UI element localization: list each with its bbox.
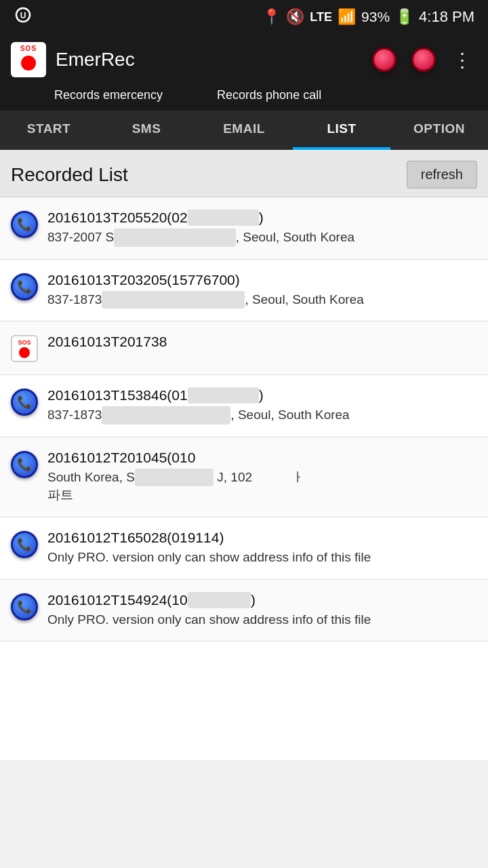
tooltip-emergency: Records emercency: [54, 88, 163, 102]
item-address: South Korea, S J, 102 ㅏ 파트: [47, 469, 477, 505]
refresh-button[interactable]: refresh: [407, 161, 477, 189]
list-header: Recorded List refresh: [0, 150, 488, 197]
item-address: 837-1873 , Seoul, South Korea: [47, 291, 477, 309]
main-content: Recorded List refresh 📞 20161013T205520(…: [0, 150, 488, 760]
item-title: 20161012T154924(10 ): [47, 592, 477, 608]
item-title: 20161013T153846(01 ): [47, 387, 477, 403]
item-title: 20161013T201738: [47, 334, 477, 350]
tab-sms[interactable]: SMS: [98, 111, 195, 150]
item-title: 20161012T165028(019114): [47, 530, 477, 546]
list-item[interactable]: SOS 20161013T201738: [0, 321, 488, 375]
more-options-button[interactable]: ⋮: [449, 45, 477, 74]
item-details: 20161013T205520(02 ) 837-2007 S , Seoul,…: [47, 210, 477, 247]
app-title: EmerRec: [56, 49, 361, 71]
phone-record-icon: 📞: [11, 211, 38, 238]
app-indicator: U: [14, 5, 33, 28]
phone-record-icon: 📞: [11, 451, 38, 478]
header-icons: ⋮: [370, 45, 477, 74]
item-details: 20161013T201738: [47, 334, 477, 353]
list-item[interactable]: 📞 20161013T203205(15776700) 837-1873 , S…: [0, 260, 488, 322]
item-title: 20161012T201045(010: [47, 450, 477, 466]
item-address: Only PRO. version only can show address …: [47, 549, 477, 567]
item-details: 20161012T201045(010 South Korea, S J, 10…: [47, 450, 477, 505]
navigation-tabs: START SMS EMAIL LIST OPTION: [0, 111, 488, 150]
mute-icon: 🔇: [286, 8, 304, 26]
tab-option[interactable]: OPTION: [390, 111, 488, 150]
item-address: Only PRO. version only can show address …: [47, 611, 477, 629]
list-item[interactable]: 📞 20161013T205520(02 ) 837-2007 S , Seou…: [0, 197, 488, 260]
svg-text:U: U: [20, 11, 26, 20]
list-item[interactable]: 📞 20161013T153846(01 ) 837-1873 , Seoul,…: [0, 375, 488, 437]
tab-start[interactable]: START: [0, 111, 98, 150]
signal-icon: LTE: [310, 10, 332, 24]
tooltip-area: Records emercency Records phone call: [0, 85, 488, 111]
list-item[interactable]: 📞 20161012T165028(019114) Only PRO. vers…: [0, 517, 488, 580]
battery-icon: 🔋: [395, 8, 413, 26]
tooltip-phone: Records phone call: [217, 88, 321, 102]
app-header: SOS EmerRec ⋮: [0, 34, 488, 85]
phone-record-button[interactable]: [409, 45, 438, 74]
emergency-record-button[interactable]: [370, 45, 399, 74]
app-logo: SOS: [11, 42, 46, 77]
item-details: 20161013T203205(15776700) 837-1873 , Seo…: [47, 272, 477, 309]
sos-record-icon: SOS: [11, 335, 38, 362]
list-title: Recorded List: [11, 164, 128, 186]
item-details: 20161012T154924(10 ) Only PRO. version o…: [47, 592, 477, 629]
tab-list[interactable]: LIST: [293, 111, 390, 150]
list-item[interactable]: 📞 20161012T154924(10 ) Only PRO. version…: [0, 580, 488, 642]
status-bar: U 📍 🔇 LTE 📶 93% 🔋 4:18 PM: [0, 0, 488, 34]
phone-record-icon: 📞: [11, 531, 38, 558]
network-bars: 📶: [338, 8, 356, 26]
item-details: 20161013T153846(01 ) 837-1873 , Seoul, S…: [47, 387, 477, 425]
phone-record-icon: 📞: [11, 593, 38, 620]
tab-email[interactable]: EMAIL: [195, 111, 293, 150]
clock: 4:18 PM: [419, 8, 474, 26]
phone-record-icon: 📞: [11, 389, 38, 416]
item-title: 20161013T203205(15776700): [47, 272, 477, 288]
item-details: 20161012T165028(019114) Only PRO. versio…: [47, 530, 477, 567]
list-item[interactable]: 📞 20161012T201045(010 South Korea, S J, …: [0, 437, 488, 517]
battery-percent: 93%: [361, 9, 390, 25]
location-icon: 📍: [262, 8, 281, 26]
phone-record-icon: 📞: [11, 273, 38, 300]
item-title: 20161013T205520(02 ): [47, 210, 477, 226]
item-address: 837-1873 , Seoul, South Korea: [47, 406, 477, 425]
item-address: 837-2007 S , Seoul, South Korea: [47, 229, 477, 247]
